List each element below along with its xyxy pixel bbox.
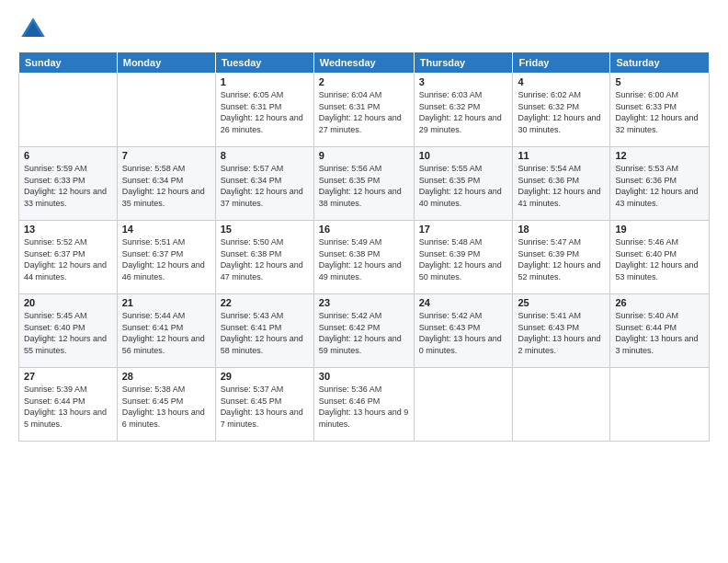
day-info: Sunrise: 5:41 AM Sunset: 6:43 PM Dayligh… <box>518 310 605 356</box>
day-info: Sunrise: 5:39 AM Sunset: 6:44 PM Dayligh… <box>24 384 112 430</box>
calendar-cell: 29Sunrise: 5:37 AM Sunset: 6:45 PM Dayli… <box>215 368 313 442</box>
weekday-header-friday: Friday <box>513 52 610 74</box>
day-number: 27 <box>24 371 112 382</box>
calendar-cell: 8Sunrise: 5:57 AM Sunset: 6:34 PM Daylig… <box>215 147 313 221</box>
day-info: Sunrise: 5:51 AM Sunset: 6:37 PM Dayligh… <box>122 236 210 282</box>
day-info: Sunrise: 6:02 AM Sunset: 6:32 PM Dayligh… <box>518 89 605 135</box>
day-info: Sunrise: 5:44 AM Sunset: 6:41 PM Dayligh… <box>122 310 210 356</box>
day-info: Sunrise: 5:56 AM Sunset: 6:35 PM Dayligh… <box>319 163 409 209</box>
calendar-cell: 7Sunrise: 5:58 AM Sunset: 6:34 PM Daylig… <box>117 147 215 221</box>
calendar-cell: 6Sunrise: 5:59 AM Sunset: 6:33 PM Daylig… <box>19 147 118 221</box>
day-number: 10 <box>419 150 508 161</box>
day-info: Sunrise: 5:46 AM Sunset: 6:40 PM Dayligh… <box>615 236 704 282</box>
day-info: Sunrise: 5:50 AM Sunset: 6:38 PM Dayligh… <box>221 236 309 282</box>
day-number: 26 <box>615 297 704 308</box>
weekday-header-sunday: Sunday <box>19 52 118 74</box>
day-number: 29 <box>221 371 309 382</box>
weekday-header-row: SundayMondayTuesdayWednesdayThursdayFrid… <box>19 52 710 74</box>
day-info: Sunrise: 6:04 AM Sunset: 6:31 PM Dayligh… <box>319 89 409 135</box>
day-number: 8 <box>221 150 309 161</box>
day-number: 13 <box>24 224 112 235</box>
day-info: Sunrise: 5:36 AM Sunset: 6:46 PM Dayligh… <box>319 384 409 430</box>
day-number: 19 <box>615 224 704 235</box>
calendar-week-5: 27Sunrise: 5:39 AM Sunset: 6:44 PM Dayli… <box>19 368 710 442</box>
calendar-cell: 25Sunrise: 5:41 AM Sunset: 6:43 PM Dayli… <box>513 294 610 368</box>
calendar-cell <box>414 368 513 442</box>
weekday-header-tuesday: Tuesday <box>215 52 313 74</box>
weekday-header-monday: Monday <box>117 52 215 74</box>
calendar-cell: 2Sunrise: 6:04 AM Sunset: 6:31 PM Daylig… <box>313 74 414 147</box>
day-info: Sunrise: 5:52 AM Sunset: 6:37 PM Dayligh… <box>24 236 112 282</box>
calendar-week-4: 20Sunrise: 5:45 AM Sunset: 6:40 PM Dayli… <box>19 294 710 368</box>
day-number: 21 <box>122 297 210 308</box>
day-info: Sunrise: 5:40 AM Sunset: 6:44 PM Dayligh… <box>615 310 704 356</box>
calendar-cell: 15Sunrise: 5:50 AM Sunset: 6:38 PM Dayli… <box>215 221 313 294</box>
day-number: 23 <box>319 297 409 308</box>
calendar-cell: 17Sunrise: 5:48 AM Sunset: 6:39 PM Dayli… <box>414 221 513 294</box>
calendar-cell: 13Sunrise: 5:52 AM Sunset: 6:37 PM Dayli… <box>19 221 118 294</box>
header <box>18 15 710 44</box>
day-number: 18 <box>518 224 605 235</box>
calendar-cell <box>19 74 118 147</box>
calendar-cell: 22Sunrise: 5:43 AM Sunset: 6:41 PM Dayli… <box>215 294 313 368</box>
calendar-cell <box>117 74 215 147</box>
day-number: 25 <box>518 297 605 308</box>
day-number: 12 <box>615 150 704 161</box>
day-info: Sunrise: 5:42 AM Sunset: 6:43 PM Dayligh… <box>419 310 508 356</box>
day-number: 30 <box>319 371 409 382</box>
calendar-cell: 26Sunrise: 5:40 AM Sunset: 6:44 PM Dayli… <box>610 294 710 368</box>
calendar-cell: 27Sunrise: 5:39 AM Sunset: 6:44 PM Dayli… <box>19 368 118 442</box>
day-info: Sunrise: 5:45 AM Sunset: 6:40 PM Dayligh… <box>24 310 112 356</box>
day-number: 6 <box>24 150 112 161</box>
calendar-cell: 4Sunrise: 6:02 AM Sunset: 6:32 PM Daylig… <box>513 74 610 147</box>
day-info: Sunrise: 5:38 AM Sunset: 6:45 PM Dayligh… <box>122 384 210 430</box>
day-info: Sunrise: 5:49 AM Sunset: 6:38 PM Dayligh… <box>319 236 409 282</box>
day-info: Sunrise: 5:59 AM Sunset: 6:33 PM Dayligh… <box>24 163 112 209</box>
logo <box>18 15 51 44</box>
page: SundayMondayTuesdayWednesdayThursdayFrid… <box>0 0 728 563</box>
calendar-cell <box>610 368 710 442</box>
day-info: Sunrise: 5:48 AM Sunset: 6:39 PM Dayligh… <box>419 236 508 282</box>
calendar-week-3: 13Sunrise: 5:52 AM Sunset: 6:37 PM Dayli… <box>19 221 710 294</box>
logo-icon <box>18 15 48 44</box>
calendar-cell: 24Sunrise: 5:42 AM Sunset: 6:43 PM Dayli… <box>414 294 513 368</box>
day-info: Sunrise: 5:55 AM Sunset: 6:35 PM Dayligh… <box>419 163 508 209</box>
day-info: Sunrise: 6:05 AM Sunset: 6:31 PM Dayligh… <box>221 89 309 135</box>
calendar-cell: 12Sunrise: 5:53 AM Sunset: 6:36 PM Dayli… <box>610 147 710 221</box>
day-info: Sunrise: 5:37 AM Sunset: 6:45 PM Dayligh… <box>221 384 309 430</box>
day-info: Sunrise: 5:54 AM Sunset: 6:36 PM Dayligh… <box>518 163 605 209</box>
calendar: SundayMondayTuesdayWednesdayThursdayFrid… <box>18 52 710 442</box>
calendar-cell <box>513 368 610 442</box>
day-info: Sunrise: 5:42 AM Sunset: 6:42 PM Dayligh… <box>319 310 409 356</box>
calendar-cell: 19Sunrise: 5:46 AM Sunset: 6:40 PM Dayli… <box>610 221 710 294</box>
calendar-cell: 1Sunrise: 6:05 AM Sunset: 6:31 PM Daylig… <box>215 74 313 147</box>
day-number: 4 <box>518 76 605 87</box>
day-info: Sunrise: 5:53 AM Sunset: 6:36 PM Dayligh… <box>615 163 704 209</box>
day-number: 15 <box>221 224 309 235</box>
day-number: 24 <box>419 297 508 308</box>
calendar-week-1: 1Sunrise: 6:05 AM Sunset: 6:31 PM Daylig… <box>19 74 710 147</box>
weekday-header-wednesday: Wednesday <box>313 52 414 74</box>
calendar-cell: 28Sunrise: 5:38 AM Sunset: 6:45 PM Dayli… <box>117 368 215 442</box>
calendar-cell: 21Sunrise: 5:44 AM Sunset: 6:41 PM Dayli… <box>117 294 215 368</box>
weekday-header-thursday: Thursday <box>414 52 513 74</box>
day-number: 2 <box>319 76 409 87</box>
calendar-cell: 9Sunrise: 5:56 AM Sunset: 6:35 PM Daylig… <box>313 147 414 221</box>
day-number: 3 <box>419 76 508 87</box>
calendar-cell: 14Sunrise: 5:51 AM Sunset: 6:37 PM Dayli… <box>117 221 215 294</box>
calendar-cell: 3Sunrise: 6:03 AM Sunset: 6:32 PM Daylig… <box>414 74 513 147</box>
day-number: 5 <box>615 76 704 87</box>
calendar-cell: 18Sunrise: 5:47 AM Sunset: 6:39 PM Dayli… <box>513 221 610 294</box>
weekday-header-saturday: Saturday <box>610 52 710 74</box>
day-info: Sunrise: 6:00 AM Sunset: 6:33 PM Dayligh… <box>615 89 704 135</box>
calendar-week-2: 6Sunrise: 5:59 AM Sunset: 6:33 PM Daylig… <box>19 147 710 221</box>
day-info: Sunrise: 6:03 AM Sunset: 6:32 PM Dayligh… <box>419 89 508 135</box>
day-number: 9 <box>319 150 409 161</box>
day-info: Sunrise: 5:58 AM Sunset: 6:34 PM Dayligh… <box>122 163 210 209</box>
calendar-cell: 16Sunrise: 5:49 AM Sunset: 6:38 PM Dayli… <box>313 221 414 294</box>
day-info: Sunrise: 5:47 AM Sunset: 6:39 PM Dayligh… <box>518 236 605 282</box>
calendar-cell: 11Sunrise: 5:54 AM Sunset: 6:36 PM Dayli… <box>513 147 610 221</box>
day-number: 7 <box>122 150 210 161</box>
calendar-cell: 5Sunrise: 6:00 AM Sunset: 6:33 PM Daylig… <box>610 74 710 147</box>
day-number: 11 <box>518 150 605 161</box>
